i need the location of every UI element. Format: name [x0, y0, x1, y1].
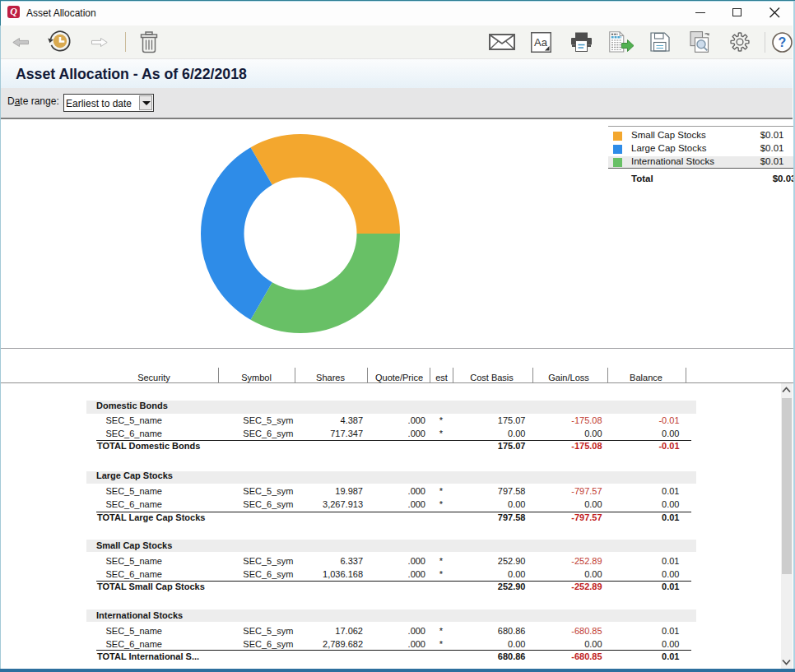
- svg-text:?: ?: [779, 35, 787, 49]
- svg-text:Aa: Aa: [534, 36, 548, 49]
